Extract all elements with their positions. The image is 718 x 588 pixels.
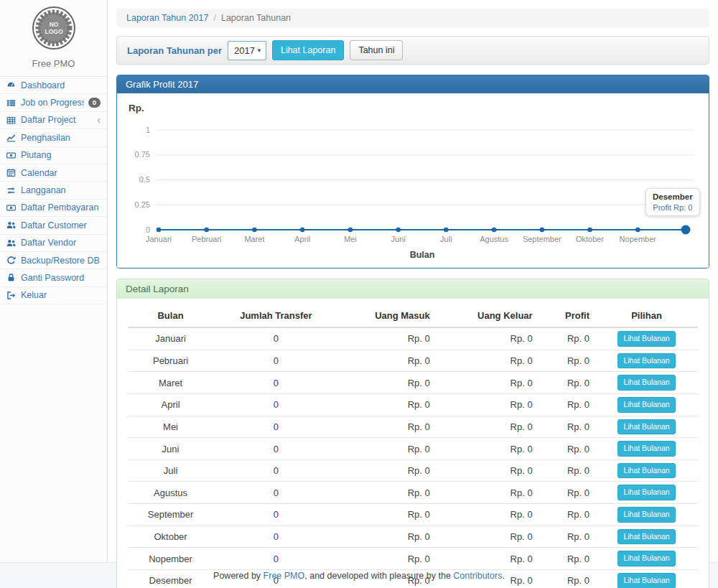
chart-canvas: Rp.10.750.50.250JanuariPebruariMaretApri… bbox=[124, 99, 701, 263]
footer-link-free-pmo[interactable]: Free PMO bbox=[264, 571, 305, 581]
sidebar-item-keluar[interactable]: Keluar bbox=[0, 287, 107, 304]
sidebar-menu: DashboardJob on Progress0Daftar Project‹… bbox=[0, 76, 107, 304]
cell-jumlah_transfer: 0 bbox=[213, 372, 339, 394]
cell-uang_masuk: Rp. 0 bbox=[339, 526, 436, 548]
chart-x-axis-label: Bulan bbox=[410, 250, 435, 260]
view-monthly-button-juni[interactable]: Lihat Bulanan bbox=[617, 441, 675, 457]
data-point bbox=[157, 228, 162, 233]
cell-uang_masuk: Rp. 0 bbox=[339, 482, 436, 504]
sidebar-item-dashboard[interactable]: Dashboard bbox=[0, 77, 107, 94]
cell-uang_masuk: Rp. 0 bbox=[339, 548, 436, 570]
cell-bulan: Januari bbox=[128, 327, 213, 350]
x-tick-label: Oktober bbox=[576, 235, 604, 243]
users-icon bbox=[6, 238, 17, 248]
view-report-button[interactable]: Lihat Laporan bbox=[272, 40, 344, 60]
view-monthly-button-januari[interactable]: Lihat Bulanan bbox=[617, 331, 675, 347]
profit-line-chart: Rp.10.750.50.250JanuariPebruariMaretApri… bbox=[124, 99, 701, 265]
view-monthly-button-desember[interactable]: Lihat Bulanan bbox=[617, 573, 675, 588]
data-point-active bbox=[681, 225, 691, 235]
brand-name: Free PMO bbox=[0, 58, 107, 69]
chart-tooltip-value: Profit Rp: 0 bbox=[653, 203, 693, 212]
table-row: Januari0Rp. 0Rp. 0Rp. 0Lihat Bulanan bbox=[128, 327, 698, 350]
cell-jumlah_transfer: 0 bbox=[213, 438, 339, 460]
table-row: Oktober0Rp. 0Rp. 0Rp. 0Lihat Bulanan bbox=[128, 526, 698, 548]
cell-uang_keluar: Rp. 0 bbox=[436, 504, 538, 526]
cell-uang_masuk: Rp. 0 bbox=[339, 350, 436, 372]
cell-jumlah_transfer: 0 bbox=[213, 416, 339, 438]
this-year-button[interactable]: Tahun ini bbox=[350, 40, 403, 60]
footer-link-contributors[interactable]: Contributors bbox=[453, 571, 502, 581]
cell-bulan: Mei bbox=[128, 416, 213, 438]
cell-profit: Rp. 0 bbox=[538, 570, 595, 588]
sidebar-item-label: Penghasilan bbox=[21, 133, 101, 143]
sidebar-item-backup-restore-db[interactable]: Backup/Restore DB bbox=[0, 252, 107, 269]
column-header-bulan: Bulan bbox=[128, 304, 213, 327]
view-monthly-button-agustus[interactable]: Lihat Bulanan bbox=[617, 485, 675, 500]
cell-uang_keluar: Rp. 0 bbox=[436, 416, 538, 438]
cell-profit: Rp. 0 bbox=[538, 504, 595, 526]
sidebar-item-daftar-project[interactable]: Daftar Project‹ bbox=[0, 112, 107, 129]
table-row: Juli0Rp. 0Rp. 0Rp. 0Lihat Bulanan bbox=[128, 459, 698, 482]
sidebar-item-label: Ganti Password bbox=[21, 273, 101, 283]
breadcrumb-current: Laporan Tahunan bbox=[221, 13, 291, 23]
data-point bbox=[204, 228, 209, 233]
sidebar-item-ganti-password[interactable]: Ganti Password bbox=[0, 269, 107, 286]
cell-pilihan: Lihat Bulanan bbox=[595, 350, 698, 372]
view-monthly-button-nopember[interactable]: Lihat Bulanan bbox=[617, 551, 675, 566]
cell-uang_masuk: Rp. 0 bbox=[339, 438, 436, 460]
view-monthly-button-september[interactable]: Lihat Bulanan bbox=[617, 507, 675, 523]
sidebar-item-label: Daftar Pembayaran bbox=[21, 202, 101, 213]
cell-jumlah_transfer: 0 bbox=[213, 482, 339, 504]
cell-bulan: Nopember bbox=[128, 548, 213, 570]
sidebar-item-label: Job on Progress bbox=[21, 98, 84, 108]
cell-profit: Rp. 0 bbox=[538, 482, 595, 504]
view-monthly-button-oktober[interactable]: Lihat Bulanan bbox=[617, 529, 675, 545]
cell-bulan: Pebruari bbox=[128, 350, 213, 372]
cell-pilihan: Lihat Bulanan bbox=[595, 327, 698, 350]
breadcrumb-link[interactable]: Laporan Tahun 2017 bbox=[126, 13, 208, 23]
cell-uang_keluar: Rp. 0 bbox=[436, 350, 538, 372]
cell-uang_masuk: Rp. 0 bbox=[339, 459, 436, 482]
view-monthly-button-juli[interactable]: Lihat Bulanan bbox=[617, 463, 675, 479]
cell-bulan: Agustus bbox=[128, 482, 213, 504]
view-monthly-button-maret[interactable]: Lihat Bulanan bbox=[617, 375, 675, 391]
y-tick-label: 0.25 bbox=[135, 200, 150, 209]
sidebar-item-penghasilan[interactable]: Penghasilan bbox=[0, 129, 107, 146]
sidebar-item-label: Calendar bbox=[21, 168, 101, 178]
cell-pilihan: Lihat Bulanan bbox=[595, 372, 698, 394]
sidebar-item-job-on-progress[interactable]: Job on Progress0 bbox=[0, 94, 107, 111]
sidebar-item-piutang[interactable]: Piutang bbox=[0, 147, 107, 164]
chart-tooltip: DesemberProfit Rp: 0 bbox=[645, 188, 700, 216]
cell-profit: Rp. 0 bbox=[538, 393, 595, 416]
svg-text:LOGO: LOGO bbox=[45, 28, 62, 35]
x-tick-label: September bbox=[523, 235, 561, 243]
view-monthly-button-mei[interactable]: Lihat Bulanan bbox=[617, 419, 675, 435]
x-tick-label: Januari bbox=[146, 235, 172, 243]
chevron-down-icon: ▼ bbox=[256, 47, 262, 54]
view-monthly-button-april[interactable]: Lihat Bulanan bbox=[617, 397, 675, 413]
footer-text-prefix: Powered by bbox=[213, 571, 261, 581]
report-table: BulanJumlah TransferUang MasukUang Kelua… bbox=[128, 304, 698, 588]
cell-jumlah_transfer: 0 bbox=[213, 350, 339, 372]
footer-text-suffix: . bbox=[502, 571, 504, 581]
column-header-profit: Profit bbox=[538, 304, 595, 327]
table-row: Nopember0Rp. 0Rp. 0Rp. 0Lihat Bulanan bbox=[128, 548, 698, 570]
cell-uang_keluar: Rp. 0 bbox=[436, 372, 538, 394]
money-icon bbox=[6, 151, 17, 160]
sidebar-item-daftar-pembayaran[interactable]: Daftar Pembayaran bbox=[0, 200, 107, 217]
cell-pilihan: Lihat Bulanan bbox=[595, 416, 698, 438]
year-select[interactable]: 2017 ▼ bbox=[228, 41, 266, 60]
sidebar-item-calendar[interactable]: Calendar bbox=[0, 164, 107, 182]
x-tick-label: Mei bbox=[344, 235, 357, 243]
cell-uang_keluar: Rp. 0 bbox=[436, 327, 538, 350]
sidebar-item-langganan[interactable]: Langganan bbox=[0, 182, 107, 199]
table-row: September0Rp. 0Rp. 0Rp. 0Lihat Bulanan bbox=[128, 504, 698, 526]
view-monthly-button-pebruari[interactable]: Lihat Bulanan bbox=[617, 353, 675, 369]
cell-profit: Rp. 0 bbox=[538, 350, 595, 372]
sidebar-item-daftar-vendor[interactable]: Daftar Vendor bbox=[0, 235, 107, 252]
cell-pilihan: Lihat Bulanan bbox=[595, 570, 698, 588]
sidebar-item-daftar-customer[interactable]: Daftar Customer bbox=[0, 217, 107, 234]
dashboard-icon bbox=[6, 80, 17, 90]
cell-uang_masuk: Rp. 0 bbox=[339, 416, 436, 438]
detail-report-body: BulanJumlah TransferUang MasukUang Kelua… bbox=[117, 299, 709, 588]
